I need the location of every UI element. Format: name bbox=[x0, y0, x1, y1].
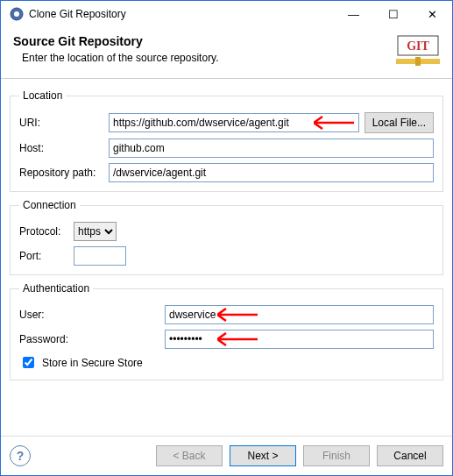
user-input[interactable] bbox=[165, 305, 434, 324]
authentication-group: Authentication User: Password: bbox=[10, 282, 443, 380]
host-label: Host: bbox=[19, 142, 103, 154]
store-secure-checkbox[interactable] bbox=[23, 357, 34, 368]
password-label: Password: bbox=[19, 333, 159, 345]
authentication-legend: Authentication bbox=[19, 282, 93, 295]
repo-path-input[interactable] bbox=[109, 163, 434, 182]
dialog-window: Clone Git Repository — ☐ ✕ Source Git Re… bbox=[0, 0, 453, 476]
titlebar: Clone Git Repository — ☐ ✕ bbox=[1, 1, 452, 27]
page-subtitle: Enter the location of the source reposit… bbox=[13, 52, 387, 64]
content-area: Location URI: Local File... Host: bbox=[1, 79, 452, 436]
connection-legend: Connection bbox=[19, 199, 80, 211]
password-input[interactable] bbox=[165, 330, 434, 349]
user-label: User: bbox=[19, 309, 159, 321]
svg-point-1 bbox=[14, 11, 19, 17]
host-input[interactable] bbox=[109, 139, 434, 158]
next-button[interactable]: Next > bbox=[230, 445, 296, 466]
svg-rect-5 bbox=[415, 57, 421, 66]
protocol-select[interactable]: https bbox=[74, 222, 117, 241]
protocol-label: Protocol: bbox=[19, 225, 68, 238]
repo-path-label: Repository path: bbox=[19, 167, 103, 179]
store-secure-label: Store in Secure Store bbox=[42, 357, 143, 369]
git-icon: GIT bbox=[396, 34, 440, 69]
local-file-button[interactable]: Local File... bbox=[365, 112, 434, 133]
cancel-button[interactable]: Cancel bbox=[377, 445, 443, 466]
app-icon bbox=[10, 7, 24, 21]
svg-text:GIT: GIT bbox=[407, 39, 429, 53]
connection-group: Connection Protocol: https Port: bbox=[10, 199, 443, 275]
back-button[interactable]: < Back bbox=[156, 445, 223, 466]
uri-input[interactable] bbox=[109, 113, 359, 132]
port-label: Port: bbox=[19, 250, 68, 262]
location-legend: Location bbox=[19, 89, 66, 102]
maximize-button[interactable]: ☐ bbox=[373, 1, 413, 27]
port-input[interactable] bbox=[74, 246, 126, 266]
button-bar: ? < Back Next > Finish Cancel bbox=[1, 436, 452, 475]
finish-button[interactable]: Finish bbox=[303, 445, 370, 466]
close-button[interactable]: ✕ bbox=[413, 1, 452, 27]
location-group: Location URI: Local File... Host: bbox=[10, 89, 443, 192]
uri-label: URI: bbox=[19, 117, 103, 129]
minimize-button[interactable]: — bbox=[334, 1, 373, 27]
help-button[interactable]: ? bbox=[10, 445, 31, 466]
wizard-header: Source Git Repository Enter the location… bbox=[1, 27, 452, 79]
page-title: Source Git Repository bbox=[13, 34, 387, 48]
window-title: Clone Git Repository bbox=[29, 8, 126, 20]
